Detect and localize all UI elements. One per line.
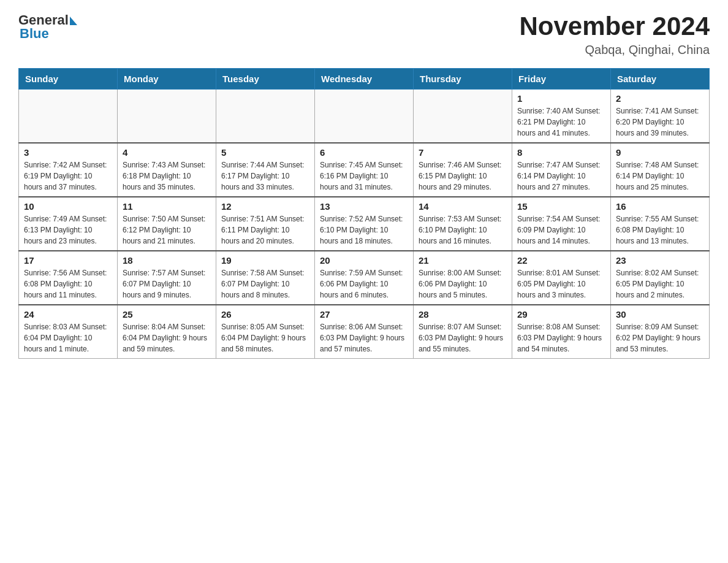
day-number: 9: [616, 147, 704, 158]
calendar-cell: 21Sunrise: 8:00 AM Sunset: 6:06 PM Dayli…: [414, 251, 512, 305]
calendar-cell: 5Sunrise: 7:44 AM Sunset: 6:17 PM Daylig…: [216, 143, 315, 197]
calendar-cell: [414, 90, 512, 144]
calendar-cell: 12Sunrise: 7:51 AM Sunset: 6:11 PM Dayli…: [216, 197, 315, 251]
day-info: Sunrise: 8:00 AM Sunset: 6:06 PM Dayligh…: [419, 267, 507, 301]
calendar-cell: 30Sunrise: 8:09 AM Sunset: 6:02 PM Dayli…: [611, 305, 710, 359]
day-info: Sunrise: 7:45 AM Sunset: 6:16 PM Dayligh…: [320, 159, 408, 193]
calendar-cell: [315, 90, 414, 144]
day-number: 14: [419, 201, 507, 212]
day-info: Sunrise: 7:52 AM Sunset: 6:10 PM Dayligh…: [320, 213, 408, 247]
day-number: 2: [616, 93, 704, 104]
calendar-week-3: 10Sunrise: 7:49 AM Sunset: 6:13 PM Dayli…: [19, 197, 710, 251]
calendar-header-monday: Monday: [118, 69, 216, 90]
calendar-cell: 6Sunrise: 7:45 AM Sunset: 6:16 PM Daylig…: [315, 143, 414, 197]
day-number: 29: [517, 309, 605, 320]
calendar-cell: 9Sunrise: 7:48 AM Sunset: 6:14 PM Daylig…: [611, 143, 710, 197]
day-number: 1: [517, 93, 605, 104]
day-info: Sunrise: 7:46 AM Sunset: 6:15 PM Dayligh…: [419, 159, 507, 193]
day-number: 23: [616, 255, 704, 266]
day-info: Sunrise: 7:48 AM Sunset: 6:14 PM Dayligh…: [616, 159, 704, 193]
calendar-cell: 23Sunrise: 8:02 AM Sunset: 6:05 PM Dayli…: [611, 251, 710, 305]
calendar-cell: 14Sunrise: 7:53 AM Sunset: 6:10 PM Dayli…: [414, 197, 512, 251]
day-number: 24: [24, 309, 112, 320]
day-info: Sunrise: 7:41 AM Sunset: 6:20 PM Dayligh…: [616, 105, 704, 139]
day-info: Sunrise: 8:04 AM Sunset: 6:04 PM Dayligh…: [123, 321, 211, 354]
calendar-header-thursday: Thursday: [414, 69, 512, 90]
day-number: 11: [123, 201, 211, 212]
calendar-header-friday: Friday: [512, 69, 611, 90]
calendar-cell: [118, 90, 216, 144]
title-section: November 2024 Qabqa, Qinghai, China: [519, 12, 710, 57]
day-number: 17: [24, 255, 112, 266]
day-number: 3: [24, 147, 112, 158]
day-info: Sunrise: 8:05 AM Sunset: 6:04 PM Dayligh…: [221, 321, 309, 354]
calendar-cell: 11Sunrise: 7:50 AM Sunset: 6:12 PM Dayli…: [118, 197, 216, 251]
calendar-cell: 22Sunrise: 8:01 AM Sunset: 6:05 PM Dayli…: [512, 251, 611, 305]
day-number: 16: [616, 201, 704, 212]
calendar-cell: 18Sunrise: 7:57 AM Sunset: 6:07 PM Dayli…: [118, 251, 216, 305]
day-info: Sunrise: 7:50 AM Sunset: 6:12 PM Dayligh…: [123, 213, 211, 247]
calendar-cell: [216, 90, 315, 144]
logo-arrow-icon: [70, 17, 77, 25]
day-number: 18: [123, 255, 211, 266]
location-subtitle: Qabqa, Qinghai, China: [519, 43, 710, 57]
calendar-header-wednesday: Wednesday: [315, 69, 414, 90]
calendar-cell: 7Sunrise: 7:46 AM Sunset: 6:15 PM Daylig…: [414, 143, 512, 197]
day-number: 12: [221, 201, 309, 212]
day-info: Sunrise: 8:07 AM Sunset: 6:03 PM Dayligh…: [419, 321, 507, 354]
day-number: 4: [123, 147, 211, 158]
day-number: 6: [320, 147, 408, 158]
day-info: Sunrise: 7:43 AM Sunset: 6:18 PM Dayligh…: [123, 159, 211, 193]
calendar-cell: 10Sunrise: 7:49 AM Sunset: 6:13 PM Dayli…: [19, 197, 118, 251]
page-header: General Blue November 2024 Qabqa, Qingha…: [18, 12, 710, 57]
day-info: Sunrise: 8:02 AM Sunset: 6:05 PM Dayligh…: [616, 267, 704, 301]
day-info: Sunrise: 7:59 AM Sunset: 6:06 PM Dayligh…: [320, 267, 408, 301]
day-info: Sunrise: 7:53 AM Sunset: 6:10 PM Dayligh…: [419, 213, 507, 247]
calendar-cell: 27Sunrise: 8:06 AM Sunset: 6:03 PM Dayli…: [315, 305, 414, 359]
calendar-cell: 19Sunrise: 7:58 AM Sunset: 6:07 PM Dayli…: [216, 251, 315, 305]
calendar-cell: 25Sunrise: 8:04 AM Sunset: 6:04 PM Dayli…: [118, 305, 216, 359]
day-info: Sunrise: 8:06 AM Sunset: 6:03 PM Dayligh…: [320, 321, 408, 354]
calendar-cell: 15Sunrise: 7:54 AM Sunset: 6:09 PM Dayli…: [512, 197, 611, 251]
calendar-cell: 24Sunrise: 8:03 AM Sunset: 6:04 PM Dayli…: [19, 305, 118, 359]
day-number: 28: [419, 309, 507, 320]
calendar-cell: 28Sunrise: 8:07 AM Sunset: 6:03 PM Dayli…: [414, 305, 512, 359]
calendar-table: SundayMondayTuesdayWednesdayThursdayFrid…: [18, 68, 710, 359]
day-number: 21: [419, 255, 507, 266]
day-info: Sunrise: 7:49 AM Sunset: 6:13 PM Dayligh…: [24, 213, 112, 247]
day-number: 30: [616, 309, 704, 320]
calendar-header-tuesday: Tuesday: [216, 69, 315, 90]
day-info: Sunrise: 8:01 AM Sunset: 6:05 PM Dayligh…: [517, 267, 605, 301]
day-number: 13: [320, 201, 408, 212]
calendar-week-2: 3Sunrise: 7:42 AM Sunset: 6:19 PM Daylig…: [19, 143, 710, 197]
day-info: Sunrise: 7:44 AM Sunset: 6:17 PM Dayligh…: [221, 159, 309, 193]
day-info: Sunrise: 7:55 AM Sunset: 6:08 PM Dayligh…: [616, 213, 704, 247]
calendar-header-saturday: Saturday: [611, 69, 710, 90]
day-info: Sunrise: 7:57 AM Sunset: 6:07 PM Dayligh…: [123, 267, 211, 301]
day-number: 15: [517, 201, 605, 212]
calendar-header-row: SundayMondayTuesdayWednesdayThursdayFrid…: [19, 69, 710, 90]
calendar-week-4: 17Sunrise: 7:56 AM Sunset: 6:08 PM Dayli…: [19, 251, 710, 305]
day-info: Sunrise: 7:40 AM Sunset: 6:21 PM Dayligh…: [517, 105, 605, 139]
day-number: 22: [517, 255, 605, 266]
logo: General Blue: [18, 12, 77, 42]
calendar-cell: 17Sunrise: 7:56 AM Sunset: 6:08 PM Dayli…: [19, 251, 118, 305]
day-number: 26: [221, 309, 309, 320]
month-year-title: November 2024: [519, 12, 710, 40]
day-info: Sunrise: 7:51 AM Sunset: 6:11 PM Dayligh…: [221, 213, 309, 247]
day-number: 10: [24, 201, 112, 212]
day-info: Sunrise: 7:42 AM Sunset: 6:19 PM Dayligh…: [24, 159, 112, 193]
calendar-cell: 29Sunrise: 8:08 AM Sunset: 6:03 PM Dayli…: [512, 305, 611, 359]
day-number: 25: [123, 309, 211, 320]
day-info: Sunrise: 8:03 AM Sunset: 6:04 PM Dayligh…: [24, 321, 112, 354]
day-number: 27: [320, 309, 408, 320]
day-info: Sunrise: 8:09 AM Sunset: 6:02 PM Dayligh…: [616, 321, 704, 354]
calendar-cell: 3Sunrise: 7:42 AM Sunset: 6:19 PM Daylig…: [19, 143, 118, 197]
day-number: 19: [221, 255, 309, 266]
calendar-cell: 8Sunrise: 7:47 AM Sunset: 6:14 PM Daylig…: [512, 143, 611, 197]
day-info: Sunrise: 7:56 AM Sunset: 6:08 PM Dayligh…: [24, 267, 112, 301]
calendar-cell: 26Sunrise: 8:05 AM Sunset: 6:04 PM Dayli…: [216, 305, 315, 359]
calendar-cell: 13Sunrise: 7:52 AM Sunset: 6:10 PM Dayli…: [315, 197, 414, 251]
calendar-cell: [19, 90, 118, 144]
calendar-cell: 20Sunrise: 7:59 AM Sunset: 6:06 PM Dayli…: [315, 251, 414, 305]
